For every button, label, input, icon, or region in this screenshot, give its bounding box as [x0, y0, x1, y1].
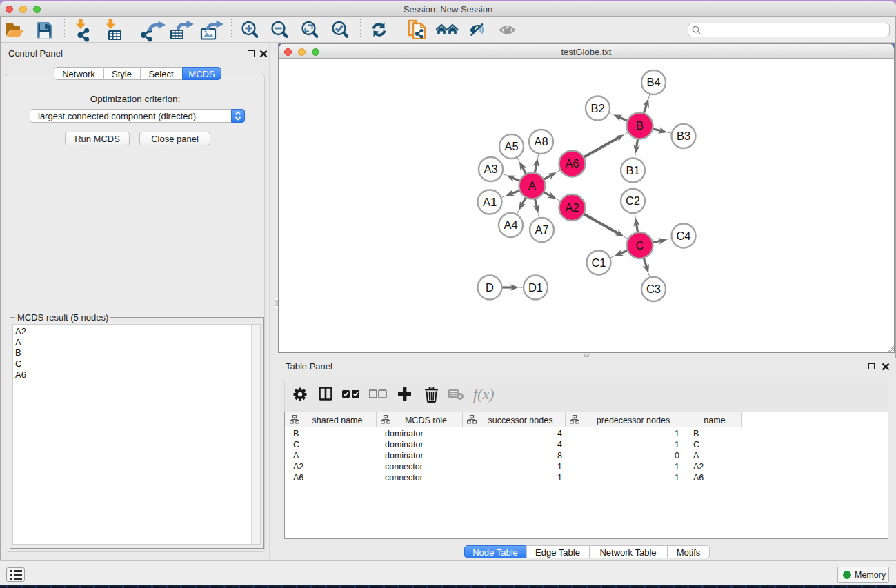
svg-text:C4: C4 [676, 230, 690, 242]
svg-text:A8: A8 [534, 135, 548, 148]
svg-text:A5: A5 [504, 140, 518, 152]
svg-text:C3: C3 [646, 283, 661, 295]
svg-text:A2: A2 [565, 201, 579, 214]
svg-text:D: D [486, 281, 494, 294]
svg-text:A6: A6 [565, 157, 579, 170]
svg-text:C: C [636, 239, 644, 252]
svg-text:A: A [528, 179, 536, 192]
svg-text:B: B [636, 119, 644, 132]
svg-text:D1: D1 [528, 281, 543, 294]
svg-text:B4: B4 [646, 76, 660, 88]
svg-text:A4: A4 [504, 219, 517, 231]
svg-text:A3: A3 [484, 163, 497, 175]
svg-text:A1: A1 [483, 196, 497, 208]
svg-text:C2: C2 [626, 194, 640, 207]
svg-text:B1: B1 [626, 164, 639, 176]
svg-text:C1: C1 [591, 256, 606, 269]
svg-text:B2: B2 [590, 102, 604, 114]
svg-text:A7: A7 [535, 223, 548, 236]
svg-text:B3: B3 [677, 130, 690, 142]
